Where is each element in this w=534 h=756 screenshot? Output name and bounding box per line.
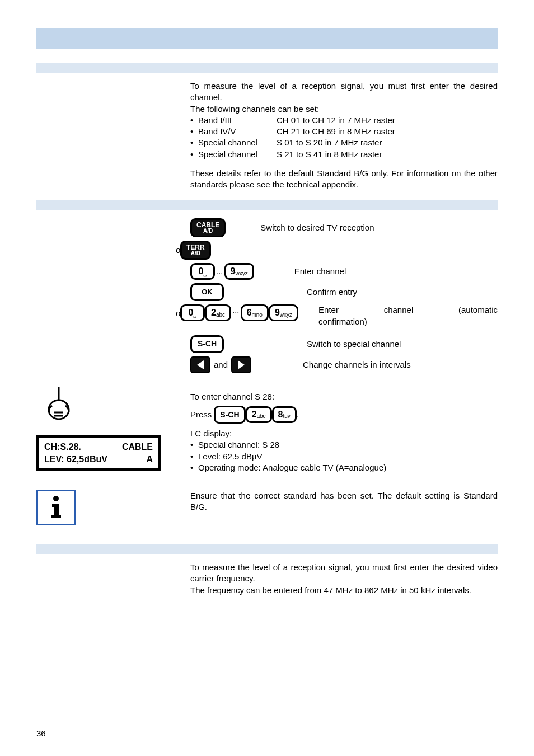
key-2[interactable]: 2abc bbox=[246, 406, 272, 423]
period: . bbox=[297, 409, 299, 420]
step-special: Switch to special channel bbox=[307, 339, 401, 350]
svg-rect-4 bbox=[51, 515, 61, 518]
and-label: and bbox=[214, 359, 228, 370]
lcd-item: Level: 62.5 dBµV bbox=[198, 452, 263, 461]
section-bar-2 bbox=[36, 200, 498, 210]
svg-point-1 bbox=[53, 496, 59, 501]
step-enter-auto: Enter channel (automatic confirmation) bbox=[318, 304, 498, 327]
page-number: 36 bbox=[36, 728, 46, 739]
step-intervals: Change channels in intervals bbox=[303, 359, 411, 370]
section-bar-3 bbox=[36, 544, 498, 554]
lcd-item: Operating mode: Analogue cable TV (A=ana… bbox=[198, 463, 386, 472]
step-switch-tv: Switch to desired TV reception bbox=[260, 222, 374, 233]
pointing-hand-icon bbox=[42, 383, 76, 422]
key-left[interactable] bbox=[190, 356, 210, 373]
lcd-line1-left: CH:S.28. bbox=[44, 441, 107, 453]
freq-p2: The frequency can be entered from 47 MHz… bbox=[190, 585, 498, 596]
lcd-line2-left: LEV: 62,5dBuV bbox=[44, 453, 107, 466]
section-bar-1 bbox=[36, 63, 498, 73]
band-range: S 01 to S 20 in 7 MHz raster bbox=[277, 138, 382, 147]
intro-note: These details refer to the default Stand… bbox=[190, 168, 498, 191]
intro-line1: To measure the level of a reception sign… bbox=[190, 81, 498, 104]
band-name: Special channel bbox=[198, 149, 277, 160]
band-name: Band I/III bbox=[198, 115, 277, 126]
button-cable-ad[interactable]: CABLEA/D bbox=[190, 218, 226, 237]
key-0[interactable]: 0␣ bbox=[190, 263, 215, 280]
band-name: Special channel bbox=[198, 137, 277, 148]
lcd-heading: LC display: bbox=[190, 428, 498, 439]
info-icon bbox=[36, 490, 76, 525]
key-6[interactable]: 6mno bbox=[241, 304, 269, 321]
button-terr-ad[interactable]: TERRA/D bbox=[180, 241, 211, 260]
key-8[interactable]: 8tuv bbox=[272, 406, 297, 423]
ellipsis: ... bbox=[232, 304, 240, 316]
band-range: CH 01 to CH 12 in 7 MHz raster bbox=[277, 115, 395, 125]
band-name: Band IV/V bbox=[198, 126, 277, 137]
press-label: Press bbox=[190, 409, 212, 420]
lcd-line2-right: A bbox=[122, 453, 153, 466]
svg-rect-3 bbox=[54, 504, 59, 516]
lcd-item: Special channel: S 28 bbox=[198, 440, 279, 449]
header-bar bbox=[36, 28, 498, 49]
key-s-ch[interactable]: S-CH bbox=[214, 406, 245, 424]
arrow-right-icon bbox=[238, 360, 245, 369]
arrow-left-icon bbox=[197, 360, 204, 369]
band-list: •Band I/IIICH 01 to CH 12 in 7 MHz raste… bbox=[190, 115, 498, 160]
lcd-item-list: •Special channel: S 28 •Level: 62.5 dBµV… bbox=[190, 439, 498, 473]
step-enter-channel: Enter channel bbox=[294, 266, 346, 277]
intro-line2: The following channels can be set: bbox=[190, 104, 498, 115]
freq-p1: To measure the level of a reception sign… bbox=[190, 562, 498, 585]
band-range: CH 21 to CH 69 in 8 MHz raster bbox=[277, 126, 395, 136]
key-9[interactable]: 9wxyz bbox=[224, 263, 254, 280]
key-right[interactable] bbox=[231, 356, 251, 373]
key-0[interactable]: 0␣ bbox=[180, 304, 205, 321]
step-confirm: Confirm entry bbox=[307, 287, 357, 298]
lcd-line1-right: CABLE bbox=[122, 441, 153, 453]
example-title: To enter channel S 28: bbox=[190, 391, 498, 402]
info-text: Ensure that the correct standard has bee… bbox=[190, 490, 498, 513]
key-s-ch[interactable]: S-CH bbox=[190, 335, 224, 353]
band-range: S 21 to S 41 in 8 MHz raster bbox=[277, 149, 382, 159]
ellipsis: ... bbox=[216, 266, 223, 277]
key-ok[interactable]: OK bbox=[190, 283, 224, 301]
key-9[interactable]: 9wxyz bbox=[269, 304, 298, 321]
key-2[interactable]: 2abc bbox=[205, 304, 231, 321]
lcd-display: CH:S.28. LEV: 62,5dBuV CABLE A bbox=[36, 435, 161, 471]
